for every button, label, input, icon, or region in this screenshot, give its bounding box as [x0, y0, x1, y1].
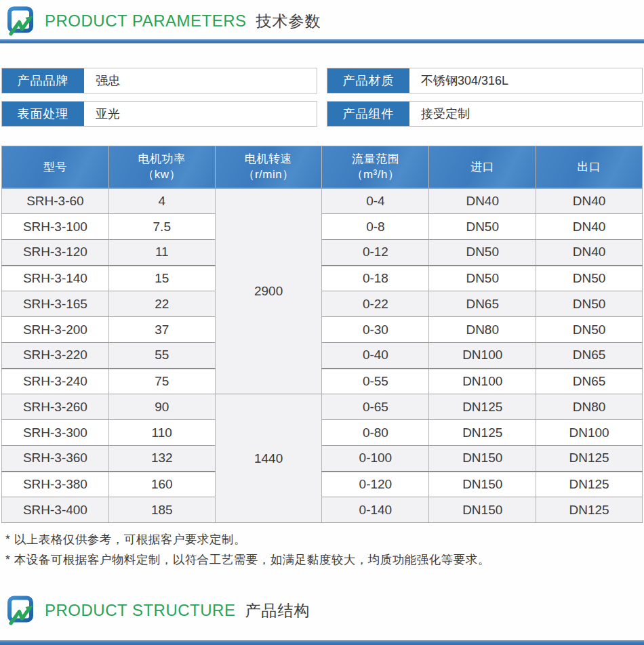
footnote: * 以上表格仅供参考，可根据客户要求定制。: [5, 529, 644, 549]
table-row: SRH-3-2609014400-65DN125DN80: [2, 394, 643, 420]
cell-model: SRH-3-300: [2, 420, 109, 446]
table-row: SRH-3-140150-18DN50DN50: [2, 266, 643, 291]
cell-power: 22: [108, 291, 215, 317]
cell-flow: 0-30: [322, 317, 429, 343]
cell-outlet: DN50: [536, 291, 643, 317]
cell-model: SRH-3-60: [2, 188, 109, 214]
cell-speed: 1440: [215, 394, 322, 523]
bottom-divider: [0, 640, 644, 645]
cell-power: 4: [108, 188, 215, 214]
brand-logo-icon: [7, 596, 35, 625]
column-header: 出口: [536, 146, 643, 188]
cell-model: SRH-3-165: [2, 291, 109, 317]
param-value: 不锈钢304/316L: [409, 68, 642, 93]
param-label: 表面处理: [2, 102, 84, 126]
cell-model: SRH-3-120: [2, 240, 109, 266]
cell-model: SRH-3-200: [2, 317, 109, 343]
section-header-parameters: PRODUCT PARAMETERS 技术参数: [0, 0, 644, 37]
table-row: SRH-3-4001850-140DN150DN125: [2, 497, 643, 523]
cell-inlet: DN100: [429, 369, 536, 394]
spec-table-body: SRH-3-60429000-4DN40DN40SRH-3-1007.50-8D…: [2, 188, 643, 523]
table-row: SRH-3-165220-22DN65DN50: [2, 291, 643, 317]
cell-flow: 0-22: [322, 291, 429, 317]
cell-model: SRH-3-400: [2, 497, 109, 523]
cell-inlet: DN150: [429, 446, 536, 472]
column-header: 电机功率（kw）: [108, 146, 215, 188]
cell-flow: 0-120: [322, 472, 429, 497]
spec-table-head: 型号电机功率（kw）电机转速（r/min）流量范围（m³/h）进口出口: [2, 146, 643, 188]
cell-outlet: DN125: [536, 446, 643, 472]
cell-flow: 0-4: [322, 188, 429, 214]
param-box-brand: 产品品牌 强忠: [1, 68, 317, 93]
footnote: * 本设备可根据客户物料定制，以符合工艺需要，如满足黏度较大，均质功能强化等要求…: [5, 549, 644, 570]
cell-flow: 0-12: [322, 240, 429, 266]
section-title-cn: 产品结构: [245, 600, 310, 621]
header-divider: [0, 39, 644, 43]
section-title-cn: 技术参数: [256, 11, 321, 32]
cell-model: SRH-3-260: [2, 394, 109, 420]
cell-flow: 0-40: [322, 343, 429, 369]
cell-inlet: DN65: [429, 291, 536, 317]
cell-flow: 0-100: [322, 446, 429, 472]
param-label: 产品品牌: [2, 68, 84, 93]
column-header: 型号: [2, 146, 109, 188]
param-box-material: 产品材质 不锈钢304/316L: [327, 68, 643, 93]
cell-power: 132: [108, 446, 215, 472]
param-label: 产品材质: [327, 68, 409, 93]
table-row: SRH-3-1007.50-8DN50DN40: [2, 214, 643, 240]
page: PRODUCT PARAMETERS 技术参数 产品品牌 强忠 产品材质 不锈钢…: [0, 0, 644, 645]
cell-flow: 0-65: [322, 394, 429, 420]
cell-power: 55: [108, 343, 215, 369]
cell-flow: 0-140: [322, 497, 429, 523]
param-grid: 产品品牌 强忠 产品材质 不锈钢304/316L 表面处理 亚光 产品组件 接受…: [1, 68, 643, 127]
spec-table: 型号电机功率（kw）电机转速（r/min）流量范围（m³/h）进口出口 SRH-…: [1, 146, 643, 523]
cell-flow: 0-18: [322, 266, 429, 291]
cell-outlet: DN65: [536, 343, 643, 369]
column-header: 流量范围（m³/h）: [322, 146, 429, 188]
cell-inlet: DN40: [429, 188, 536, 214]
cell-power: 11: [108, 240, 215, 266]
cell-outlet: DN50: [536, 266, 643, 291]
column-header: 电机转速（r/min）: [215, 146, 322, 188]
param-box-surface: 表面处理 亚光: [1, 101, 317, 127]
param-value: 强忠: [84, 68, 317, 93]
cell-model: SRH-3-380: [2, 472, 109, 497]
cell-flow: 0-55: [322, 369, 429, 394]
section-title-en: PRODUCT PARAMETERS: [45, 12, 246, 30]
cell-flow: 0-80: [322, 420, 429, 446]
footnotes: * 以上表格仅供参考，可根据客户要求定制。 * 本设备可根据客户物料定制，以符合…: [5, 529, 644, 570]
cell-speed: 2900: [215, 188, 322, 394]
cell-outlet: DN40: [536, 214, 643, 240]
cell-outlet: DN100: [536, 420, 643, 446]
cell-outlet: DN125: [536, 497, 643, 523]
cell-model: SRH-3-240: [2, 369, 109, 394]
cell-flow: 0-8: [322, 214, 429, 240]
cell-inlet: DN50: [429, 214, 536, 240]
table-row: SRH-3-3001100-80DN125DN100: [2, 420, 643, 446]
cell-model: SRH-3-360: [2, 446, 109, 472]
cell-power: 37: [108, 317, 215, 343]
table-row: SRH-3-220550-40DN100DN65: [2, 343, 643, 369]
cell-outlet: DN40: [536, 188, 643, 214]
param-value: 接受定制: [409, 102, 642, 126]
cell-power: 90: [108, 394, 215, 420]
cell-model: SRH-3-220: [2, 343, 109, 369]
cell-inlet: DN125: [429, 420, 536, 446]
cell-inlet: DN50: [429, 240, 536, 266]
column-header: 进口: [429, 146, 536, 188]
cell-power: 75: [108, 369, 215, 394]
cell-outlet: DN50: [536, 317, 643, 343]
table-row: SRH-3-120110-12DN50DN40: [2, 240, 643, 266]
section-header-structure: PRODUCT STRUCTURE 产品结构: [0, 589, 644, 626]
cell-power: 160: [108, 472, 215, 497]
cell-inlet: DN125: [429, 394, 536, 420]
table-row: SRH-3-240750-55DN100DN65: [2, 369, 643, 394]
param-label: 产品组件: [327, 102, 409, 126]
table-row: SRH-3-200370-30DN80DN50: [2, 317, 643, 343]
param-value: 亚光: [84, 102, 317, 126]
cell-model: SRH-3-140: [2, 266, 109, 291]
cell-outlet: DN80: [536, 394, 643, 420]
table-row: SRH-3-3601320-100DN150DN125: [2, 446, 643, 472]
cell-inlet: DN80: [429, 317, 536, 343]
cell-inlet: DN150: [429, 497, 536, 523]
